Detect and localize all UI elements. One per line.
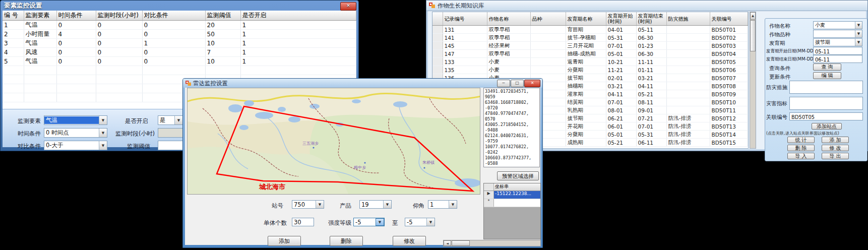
scrollbar-thumb[interactable] (750, 20, 756, 51)
period-start-input[interactable]: 05-11 (813, 47, 862, 55)
maximize-icon[interactable]: □ (511, 80, 524, 87)
table-row[interactable]: 141双季早稻拔节-孕穗期05-3106-30BD50T02 (432, 34, 748, 42)
warning-area-select-button[interactable]: 预警区域选择 (497, 171, 539, 180)
table-row[interactable]: 133小麦返青期10-2111-11BD50T05 (432, 58, 748, 66)
development-period-combo[interactable]: 拔节期 ▼ (813, 38, 862, 46)
grid-column-header[interactable]: 坐标串 (494, 183, 540, 191)
monitor-element-combo[interactable]: 气温 ▼ (44, 115, 107, 125)
indicator-textarea[interactable] (789, 97, 863, 110)
grid-row-selected[interactable]: ▶ -15122.12238... (484, 191, 540, 199)
compare-condition-combo[interactable]: 0-大于 ▼ (44, 141, 107, 150)
elevation-combo[interactable]: 1 ▼ (428, 200, 457, 209)
column-header[interactable]: 记录编号 (443, 12, 487, 26)
table-cell (96, 93, 142, 102)
scrollbar-thumb[interactable] (452, 240, 470, 246)
warning-area-map[interactable]: 城北海市 三五湖乡 梅中乡 朱桥镇 (187, 88, 480, 195)
add-button[interactable]: 添加 (268, 236, 301, 246)
chevron-down-icon[interactable]: ▼ (855, 22, 862, 29)
relation-code-input[interactable]: BD50T05 (789, 112, 863, 120)
table-row[interactable]: 3气温001101 (3, 39, 356, 48)
minimize-icon[interactable]: ─ (497, 80, 510, 87)
intensity-combo[interactable]: -5 ▼ (353, 218, 385, 226)
chevron-down-icon[interactable]: ▼ (383, 201, 391, 208)
column-header[interactable]: 对比条件 (142, 11, 205, 21)
column-header[interactable]: 时间条件 (56, 11, 96, 21)
column-header[interactable]: 发育期名称 (566, 12, 606, 26)
table-cell (666, 66, 710, 74)
delete-button[interactable]: 删除 (330, 236, 363, 246)
table-cell (666, 82, 710, 90)
table-row[interactable]: 5气温000101 (3, 57, 356, 66)
column-header[interactable]: 防灾措施 (666, 12, 710, 26)
modify-button[interactable]: 修 改 (822, 145, 849, 151)
chevron-down-icon[interactable]: ▼ (99, 129, 107, 137)
element-window-titlebar[interactable]: 要素监控设置 ✕ (1, 1, 358, 11)
query-button[interactable]: 查 询 (813, 64, 841, 71)
column-header[interactable]: 是否开启 (240, 11, 356, 21)
column-header[interactable]: 监测要素 (24, 11, 56, 21)
close-icon[interactable]: ✕ (524, 80, 540, 87)
chevron-down-icon[interactable]: ▼ (449, 201, 457, 208)
stats-button[interactable]: 统 计 (787, 137, 815, 143)
time-condition-combo[interactable]: 0 时间点 ▼ (44, 128, 107, 138)
station-combo[interactable]: 750 ▼ (292, 200, 324, 209)
crop-name-combo[interactable]: 小麦 ▼ (813, 21, 862, 29)
table-row[interactable]: 1气温000201 (3, 21, 356, 30)
add-station-button[interactable]: 添加站点 (812, 123, 842, 130)
table-row[interactable]: 4风速00071 (3, 48, 356, 57)
column-header[interactable]: 编 号 (3, 11, 24, 21)
crop-window-titlebar[interactable]: 作物生长期知识库 (426, 1, 867, 11)
table-cell: 小时雨量 (24, 30, 56, 39)
column-header[interactable]: 监测时段(小时) (96, 11, 142, 21)
crop-table-vscrollbar[interactable]: ▲ (750, 12, 756, 149)
close-icon[interactable]: ✕ (340, 2, 356, 11)
map-town-label: 梅中乡 (353, 165, 366, 170)
table-row[interactable]: 135小麦分蘖期11-2101-11BD50T06 (432, 66, 748, 74)
radar-window-titlebar[interactable]: 雷达监控设置 ─ □ ✕ (183, 79, 542, 88)
grid-hscrollbar[interactable]: ◄ (443, 240, 541, 246)
column-header[interactable]: 作物名称 (487, 12, 530, 26)
product-combo[interactable]: 19 ▼ (359, 200, 392, 209)
modify-button[interactable]: 修改 (393, 236, 426, 246)
column-header[interactable]: 品种 (530, 12, 566, 26)
edit-button[interactable]: 编 辑 (813, 72, 841, 79)
table-row[interactable] (3, 66, 356, 75)
column-header[interactable]: 发育期开始 (时间) (606, 12, 636, 26)
chevron-down-icon[interactable]: ▼ (855, 39, 862, 46)
crop-variety-combo[interactable]: ▼ (813, 30, 862, 38)
table-row[interactable]: 131双季早稻育苗期04-0105-11BD50T01 (432, 26, 748, 34)
column-header[interactable] (432, 12, 443, 26)
import-button[interactable]: 导 入 (787, 153, 815, 159)
table-cell: 经济果树 (487, 42, 530, 50)
delete-button[interactable]: 删 除 (787, 145, 815, 151)
enabled-combo[interactable]: 是 ▼ (158, 115, 183, 125)
time-condition-label: 时间条件 (18, 130, 41, 138)
chevron-down-icon[interactable]: ▼ (316, 201, 324, 208)
add-button[interactable]: 添 加 (822, 137, 849, 143)
intensity-to-combo[interactable]: -5 ▼ (405, 218, 435, 226)
column-header[interactable]: 监测阈值 (205, 11, 240, 21)
table-cell: 1 (3, 21, 24, 30)
chevron-down-icon[interactable]: ▼ (855, 30, 862, 37)
period-end-input[interactable]: 06-11 (813, 55, 862, 63)
scroll-up-icon[interactable]: ▲ (750, 12, 756, 20)
chevron-down-icon[interactable]: ▼ (376, 218, 384, 226)
column-header[interactable]: 关联编号 (710, 12, 748, 26)
export-button[interactable]: 导 出 (822, 153, 849, 159)
chevron-down-icon[interactable]: ▼ (99, 141, 107, 150)
table-row[interactable]: 145经济果树三月开花期07-0101-23BD50T03 (432, 42, 748, 50)
scroll-left-icon[interactable]: ◄ (444, 240, 451, 246)
prevention-textarea[interactable] (789, 81, 863, 94)
chevron-down-icon[interactable]: ▼ (99, 116, 107, 124)
table-row[interactable]: 147双季早稻抽穗-成熟期05-0106-30BD50T04 (432, 50, 748, 58)
cell-count-input[interactable]: 30 (292, 218, 314, 226)
grid-row-new[interactable]: * (484, 199, 540, 207)
column-header[interactable]: 发育期结束 (时间) (636, 12, 666, 26)
chevron-down-icon[interactable]: ▼ (426, 218, 435, 226)
table-row[interactable]: 2小时雨量400501 (3, 30, 356, 39)
threshold-input[interactable] (158, 141, 183, 150)
chevron-down-icon[interactable]: ▼ (174, 116, 182, 124)
polygon-coords-textarea[interactable]: 33491.0172034571, 9059 63468.1668718802,… (483, 88, 540, 167)
monitor-period-input[interactable] (158, 128, 183, 138)
map-town-label: 朱桥镇 (422, 160, 435, 165)
